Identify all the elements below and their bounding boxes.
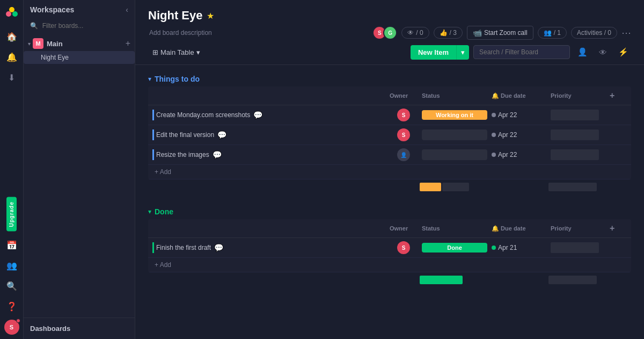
priority-cell-2[interactable] <box>548 128 608 141</box>
add-row-label: + Add <box>155 168 171 176</box>
favorite-star-icon[interactable]: ★ <box>207 11 214 21</box>
invite-icon: 👥 <box>544 29 552 37</box>
group-todo-table: Owner Status 🔔 Due date Priority + Creat… <box>148 86 631 179</box>
avatar-notification-badge <box>16 319 20 323</box>
nav-home[interactable]: 🏠 <box>3 28 20 45</box>
due-date-text-1: Apr 22 <box>498 111 517 119</box>
status-cell-done-1[interactable]: Done <box>420 242 489 254</box>
group-done-header[interactable]: ▾ Done <box>148 204 631 219</box>
eye-count: / 0 <box>416 29 423 37</box>
board-title-row: Night Eye ★ <box>148 9 631 23</box>
th-task <box>152 95 387 97</box>
comment-icon-1[interactable]: 💬 <box>253 111 262 119</box>
priority-cell-1[interactable] <box>548 109 608 121</box>
priority-cell-done-1[interactable] <box>548 241 608 254</box>
member-avatar-g: G <box>383 26 397 40</box>
add-row-todo[interactable]: + Add <box>148 165 631 179</box>
invite-btn[interactable]: 👥 / 1 <box>538 27 567 39</box>
th-status-done: Status <box>420 224 489 233</box>
logo[interactable] <box>4 4 19 21</box>
priority-bar-1 <box>551 110 599 120</box>
workspace-add-btn[interactable]: + <box>126 39 130 48</box>
status-cell-2[interactable] <box>420 128 489 141</box>
nav-calendar[interactable]: 📅 <box>3 236 20 254</box>
svg-point-1 <box>9 7 14 12</box>
th-add-done[interactable]: + <box>608 222 627 234</box>
owner-avatar-2[interactable]: S <box>397 128 410 141</box>
owner-cell-1: S <box>387 107 420 122</box>
footer-priority-todo <box>548 183 597 191</box>
table-view-chevron: ▾ <box>196 48 200 56</box>
nav-help[interactable]: ❓ <box>3 298 20 315</box>
zoom-label: Start Zoom call <box>484 29 528 37</box>
more-options-btn[interactable]: ⋯ <box>621 27 631 39</box>
table-view-icon: ⊞ <box>152 48 158 56</box>
workspace-label: Main <box>47 40 126 48</box>
comment-icon-3[interactable]: 💬 <box>213 150 222 159</box>
reaction-eye-btn[interactable]: 👁 / 0 <box>401 27 429 39</box>
sidebar-collapse-btn[interactable]: ‹ <box>126 5 128 14</box>
owner-cell-done-1: S <box>387 240 420 255</box>
priority-cell-3[interactable] <box>548 148 608 161</box>
activities-btn[interactable]: Activities / 0 <box>571 27 617 39</box>
nav-people[interactable]: 👥 <box>3 257 20 274</box>
filter-icon[interactable]: ⚡ <box>615 44 631 60</box>
th-add[interactable]: + <box>608 90 627 102</box>
th-status: Status <box>420 91 489 100</box>
group-done-footer <box>148 273 631 286</box>
nav-download[interactable]: ⬇ <box>3 69 20 86</box>
owner-avatar-1[interactable]: S <box>397 109 410 121</box>
task-name-2[interactable]: Edit the final version <box>156 131 214 139</box>
group-todo-header[interactable]: ▾ Things to do <box>148 71 631 86</box>
table-view-btn[interactable]: ⊞ Main Table ▾ <box>148 46 204 59</box>
owner-avatar-done-1[interactable]: S <box>397 241 410 254</box>
invite-count: / 1 <box>554 29 561 37</box>
table-row: Edit the final version 💬 S Apr 22 <box>148 125 631 145</box>
comment-icon-done-1[interactable]: 💬 <box>214 243 223 252</box>
zoom-btn[interactable]: 📹 Start Zoom call <box>467 26 533 40</box>
status-badge-3 <box>422 149 487 160</box>
sidebar-section-header[interactable]: ▾ M Main + <box>24 36 135 51</box>
task-cell-done-1: Finish the first draft 💬 <box>152 242 387 253</box>
th-priority-done: Priority <box>548 224 608 233</box>
status-cell-3[interactable] <box>420 148 489 161</box>
sidebar-footer-label: Dashboards <box>30 324 70 333</box>
th-duedate-done: 🔔 Due date <box>489 224 548 233</box>
nav-inbox[interactable]: 🔔 <box>3 48 20 66</box>
section-arrow: ▾ <box>28 41 31 47</box>
board-members[interactable]: S G <box>372 26 397 40</box>
owner-avatar-3[interactable]: 👤 <box>397 148 410 161</box>
new-item-dropdown-btn[interactable]: ▾ <box>456 45 469 60</box>
board-description[interactable]: Add board description <box>149 29 212 37</box>
task-name-1[interactable]: Create Monday.com screenshots <box>156 111 250 119</box>
sidebar-title: Workspaces <box>30 5 74 14</box>
search-filter-input[interactable] <box>473 45 570 59</box>
nav-search[interactable]: 🔍 <box>3 277 20 294</box>
comment-icon-2[interactable]: 💬 <box>217 131 226 139</box>
sidebar-search-area: 🔍 <box>24 19 135 34</box>
owner-cell-2: S <box>387 127 420 142</box>
status-badge-1: Working on it <box>422 110 487 120</box>
sidebar-search-input[interactable] <box>42 22 118 30</box>
footer-status-bar-todo-empty <box>442 183 469 191</box>
task-name-done-1[interactable]: Finish the first draft <box>156 244 211 251</box>
footer-priority-done <box>548 276 597 284</box>
new-item-btn[interactable]: New Item <box>411 45 456 60</box>
task-name-3[interactable]: Resize the images <box>156 151 209 158</box>
user-avatar[interactable]: S <box>4 320 19 335</box>
add-row-done[interactable]: + Add <box>148 258 631 272</box>
person-filter-icon[interactable]: 👤 <box>574 44 590 60</box>
board-toolbar: ⊞ Main Table ▾ New Item ▾ 👤 👁 ⚡ <box>148 44 631 60</box>
main-content: Night Eye ★ Add board description S G 👁 … <box>135 0 644 339</box>
th-owner: Owner <box>387 91 420 100</box>
status-badge-2 <box>422 129 487 140</box>
table-view-label: Main Table <box>160 48 194 56</box>
task-cell-1: Create Monday.com screenshots 💬 <box>152 110 387 120</box>
eye-view-icon[interactable]: 👁 <box>595 44 611 60</box>
reaction-thumb-btn[interactable]: 👍 / 3 <box>434 27 463 39</box>
due-date-text-3: Apr 22 <box>498 151 517 158</box>
priority-bar-2 <box>551 129 599 140</box>
upgrade-badge[interactable]: Upgrade <box>6 197 17 232</box>
status-cell-1[interactable]: Working on it <box>420 109 489 121</box>
sidebar-item-nighteye[interactable]: Night Eye <box>24 51 135 64</box>
